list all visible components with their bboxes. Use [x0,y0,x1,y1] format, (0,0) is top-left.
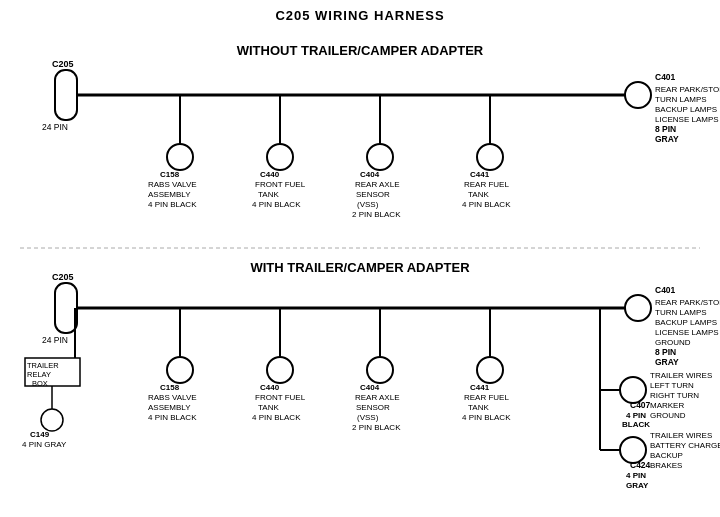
svg-text:GROUND: GROUND [655,338,691,347]
svg-text:TURN LAMPS: TURN LAMPS [655,95,707,104]
svg-text:REAR AXLE: REAR AXLE [355,393,399,402]
svg-text:SENSOR: SENSOR [356,403,390,412]
svg-text:SENSOR: SENSOR [356,190,390,199]
svg-text:4 PIN BLACK: 4 PIN BLACK [148,413,197,422]
svg-text:4 PIN BLACK: 4 PIN BLACK [252,413,301,422]
svg-text:4 PIN BLACK: 4 PIN BLACK [462,413,511,422]
svg-text:RABS VALVE: RABS VALVE [148,180,197,189]
svg-point-88 [267,357,293,383]
svg-text:BRAKES: BRAKES [650,461,682,470]
svg-point-82 [167,357,193,383]
svg-text:C441: C441 [470,170,490,179]
svg-point-51 [625,295,651,321]
svg-text:GRAY: GRAY [626,481,649,490]
svg-text:4 PIN GRAY: 4 PIN GRAY [22,440,67,449]
svg-text:GROUND: GROUND [650,411,686,420]
svg-text:2 PIN BLACK: 2 PIN BLACK [352,210,401,219]
svg-text:REAR PARK/STOP: REAR PARK/STOP [655,298,720,307]
svg-text:4 PIN: 4 PIN [626,411,646,420]
svg-text:TANK: TANK [258,403,279,412]
svg-point-101 [477,357,503,383]
svg-text:LICENSE LAMPS: LICENSE LAMPS [655,328,719,337]
svg-point-19 [267,144,293,170]
svg-text:4 PIN BLACK: 4 PIN BLACK [462,200,511,209]
svg-text:BACKUP LAMPS: BACKUP LAMPS [655,318,717,327]
svg-text:C441: C441 [470,383,490,392]
svg-rect-1 [55,70,77,120]
svg-text:REAR FUEL: REAR FUEL [464,180,509,189]
svg-text:RIGHT TURN: RIGHT TURN [650,391,699,400]
svg-point-25 [367,144,393,170]
svg-text:C404: C404 [360,170,380,179]
section2-label: WITH TRAILER/CAMPER ADAPTER [250,260,470,275]
svg-text:GRAY: GRAY [655,357,679,367]
svg-point-13 [167,144,193,170]
svg-text:C205: C205 [52,59,74,69]
svg-rect-39 [55,283,77,333]
svg-text:LEFT TURN: LEFT TURN [650,381,694,390]
section1-label: WITHOUT TRAILER/CAMPER ADAPTER [237,43,484,58]
svg-text:BACKUP LAMPS: BACKUP LAMPS [655,105,717,114]
svg-text:C401: C401 [655,285,676,295]
svg-text:TANK: TANK [468,190,489,199]
svg-text:C205: C205 [52,272,74,282]
svg-text:MARKER: MARKER [650,401,684,410]
svg-text:FRONT FUEL: FRONT FUEL [255,180,306,189]
svg-text:BACKUP: BACKUP [650,451,683,460]
svg-text:RELAY: RELAY [27,370,51,379]
svg-text:BOX: BOX [32,379,48,388]
svg-text:4 PIN: 4 PIN [626,471,646,480]
svg-text:BLACK: BLACK [622,420,650,429]
svg-text:REAR PARK/STOP: REAR PARK/STOP [655,85,720,94]
svg-text:C158: C158 [160,383,180,392]
svg-text:4 PIN BLACK: 4 PIN BLACK [148,200,197,209]
svg-text:C401: C401 [655,72,676,82]
wiring-diagram: WITHOUT TRAILER/CAMPER ADAPTER C205 24 P… [0,0,720,517]
svg-text:LICENSE LAMPS: LICENSE LAMPS [655,115,719,124]
svg-text:4 PIN BLACK: 4 PIN BLACK [252,200,301,209]
svg-text:TURN LAMPS: TURN LAMPS [655,308,707,317]
svg-point-32 [477,144,503,170]
svg-point-48 [41,409,63,431]
svg-text:(VSS): (VSS) [357,413,379,422]
svg-text:2 PIN BLACK: 2 PIN BLACK [352,423,401,432]
svg-point-94 [367,357,393,383]
svg-text:FRONT FUEL: FRONT FUEL [255,393,306,402]
svg-text:ASSEMBLY: ASSEMBLY [148,403,191,412]
svg-text:TANK: TANK [258,190,279,199]
svg-text:8 PIN: 8 PIN [655,347,676,357]
svg-point-4 [625,82,651,108]
diagram-container: C205 WIRING HARNESS WITHOUT TRAILER/CAMP… [0,0,720,517]
svg-text:RABS VALVE: RABS VALVE [148,393,197,402]
svg-text:(VSS): (VSS) [357,200,379,209]
svg-text:8 PIN: 8 PIN [655,124,676,134]
svg-text:TRAILER: TRAILER [27,361,59,370]
svg-text:GRAY: GRAY [655,134,679,144]
svg-text:C407: C407 [630,400,651,410]
svg-text:24 PIN: 24 PIN [42,122,68,132]
svg-text:REAR FUEL: REAR FUEL [464,393,509,402]
svg-text:C440: C440 [260,383,280,392]
svg-text:C158: C158 [160,170,180,179]
svg-text:C440: C440 [260,170,280,179]
svg-text:TRAILER WIRES: TRAILER WIRES [650,371,712,380]
svg-text:C424: C424 [630,460,651,470]
svg-text:TRAILER WIRES: TRAILER WIRES [650,431,712,440]
svg-text:BATTERY CHARGE: BATTERY CHARGE [650,441,720,450]
svg-text:ASSEMBLY: ASSEMBLY [148,190,191,199]
svg-text:C149: C149 [30,430,50,439]
svg-text:C404: C404 [360,383,380,392]
svg-text:TANK: TANK [468,403,489,412]
svg-text:24 PIN: 24 PIN [42,335,68,345]
svg-text:REAR AXLE: REAR AXLE [355,180,399,189]
